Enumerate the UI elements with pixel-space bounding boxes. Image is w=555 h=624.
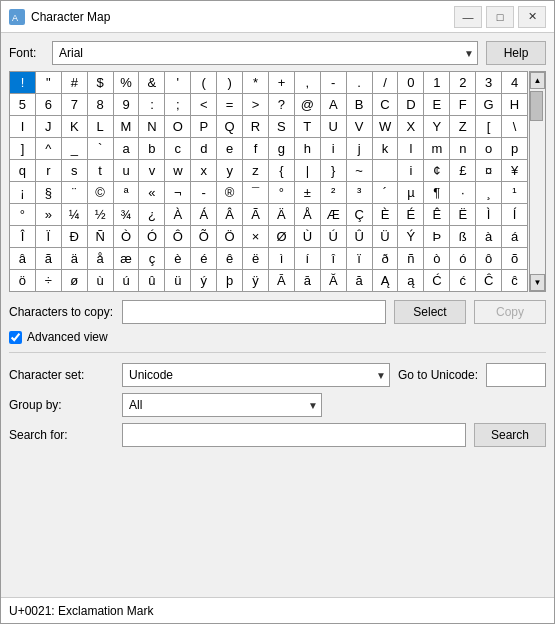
advanced-view-checkbox[interactable] [9,331,22,344]
char-cell[interactable]: Á [191,204,217,226]
char-cell[interactable]: j [347,138,373,160]
minimize-button[interactable]: — [454,6,482,28]
char-cell[interactable]: L [88,116,114,138]
char-cell[interactable]: Ò [114,226,140,248]
char-cell[interactable]: a [114,138,140,160]
char-cell[interactable]: Û [347,226,373,248]
char-cell[interactable]: ¤ [476,160,502,182]
char-cell[interactable]: - [191,182,217,204]
char-cell[interactable]: ! [10,72,36,94]
char-cell[interactable]: è [165,248,191,270]
char-cell[interactable]: ± [295,182,321,204]
char-cell[interactable]: c [165,138,191,160]
char-cell[interactable]: 9 [114,94,140,116]
char-cell[interactable]: ą [398,270,424,292]
char-cell[interactable]: Z [450,116,476,138]
char-cell[interactable]: 1 [424,72,450,94]
char-cell[interactable]: à [476,226,502,248]
char-cell[interactable]: . [347,72,373,94]
char-cell[interactable]: \ [502,116,528,138]
char-cell[interactable]: v [139,160,165,182]
char-cell[interactable]: t [88,160,114,182]
char-cell[interactable]: å [88,248,114,270]
char-cell[interactable]: Ĉ [476,270,502,292]
char-cell[interactable]: ¿ [139,204,165,226]
char-cell[interactable]: N [139,116,165,138]
char-cell[interactable]: Ą [373,270,399,292]
char-cell[interactable]: ÿ [243,270,269,292]
char-cell[interactable]: þ [217,270,243,292]
char-cell[interactable]: Ì [476,204,502,226]
char-cell[interactable]: " [36,72,62,94]
char-cell[interactable]: M [114,116,140,138]
char-cell[interactable]: § [36,182,62,204]
char-cell[interactable]: ê [217,248,243,270]
char-cell[interactable]: í [295,248,321,270]
char-cell[interactable]: % [114,72,140,94]
char-cell[interactable]: f [243,138,269,160]
char-cell[interactable]: 6 [36,94,62,116]
char-cell[interactable]: ` [88,138,114,160]
char-cell[interactable]: Å [295,204,321,226]
char-cell[interactable]: Ï [36,226,62,248]
char-cell[interactable]: ¾ [114,204,140,226]
char-cell[interactable]: G [476,94,502,116]
close-button[interactable]: ✕ [518,6,546,28]
char-cell[interactable]: Ć [424,270,450,292]
char-cell[interactable]: Æ [321,204,347,226]
char-cell[interactable]: D [398,94,424,116]
char-cell[interactable]: ú [114,270,140,292]
char-cell[interactable]: Í [502,204,528,226]
char-cell[interactable]: Ô [165,226,191,248]
char-cell[interactable]: ï [347,248,373,270]
char-cell[interactable]: 4 [502,72,528,94]
char-cell[interactable]: Ä [269,204,295,226]
group-by-select[interactable]: All Unicode Subrange Unicode Block [122,393,322,417]
char-cell[interactable]: 0 [398,72,424,94]
char-cell[interactable]: Ã [243,204,269,226]
char-cell[interactable]: < [191,94,217,116]
char-cell[interactable] [373,160,399,182]
search-button[interactable]: Search [474,423,546,447]
char-cell[interactable]: ü [165,270,191,292]
char-cell[interactable]: ) [217,72,243,94]
char-cell[interactable]: ? [269,94,295,116]
char-cell[interactable]: ² [321,182,347,204]
char-cell[interactable]: # [62,72,88,94]
char-cell[interactable]: ½ [88,204,114,226]
char-cell[interactable]: Ú [321,226,347,248]
char-cell[interactable]: m [424,138,450,160]
char-cell[interactable]: H [502,94,528,116]
char-cell[interactable]: ° [10,204,36,226]
char-cell[interactable]: p [502,138,528,160]
char-cell[interactable]: ¨ [62,182,88,204]
char-cell[interactable]: ~ [347,160,373,182]
char-cell[interactable]: ¸ [476,182,502,204]
char-cell[interactable]: ° [269,182,295,204]
char-cell[interactable]: > [243,94,269,116]
scroll-up-button[interactable]: ▲ [530,72,545,89]
char-cell[interactable]: u [114,160,140,182]
char-cell[interactable]: Ë [450,204,476,226]
char-cell[interactable]: ] [10,138,36,160]
char-cell[interactable]: , [295,72,321,94]
char-cell[interactable]: ´ [373,182,399,204]
char-cell[interactable]: } [321,160,347,182]
char-cell[interactable]: d [191,138,217,160]
char-cell[interactable]: 5 [10,94,36,116]
char-cell[interactable]: i [321,138,347,160]
char-cell[interactable]: T [295,116,321,138]
char-cell[interactable]: ā [295,270,321,292]
char-cell[interactable]: E [424,94,450,116]
char-cell[interactable]: ¡ [10,182,36,204]
char-cell[interactable]: Ù [295,226,321,248]
char-cell[interactable]: l [398,138,424,160]
char-cell[interactable]: K [62,116,88,138]
char-cell[interactable]: Â [217,204,243,226]
char-cell[interactable]: r [36,160,62,182]
char-cell[interactable]: U [321,116,347,138]
char-cell[interactable]: z [243,160,269,182]
char-cell[interactable]: Ñ [88,226,114,248]
char-cell[interactable]: ă [347,270,373,292]
char-cell[interactable]: Ê [424,204,450,226]
